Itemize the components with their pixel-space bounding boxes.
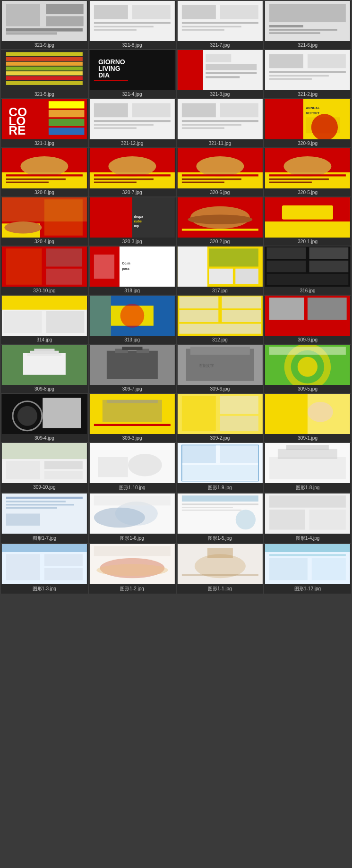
svg-rect-177 [103,400,162,422]
thumbnail-image [1,345,88,385]
thumbnail-image [89,1,176,41]
list-item[interactable]: 320-10.jpg [1,247,88,295]
list-item[interactable]: 309-4.jpg [1,394,88,442]
svg-rect-97 [269,182,312,183]
list-item[interactable]: 图形1-1.jpg [177,544,264,594]
list-item[interactable]: 309-3.jpg [89,394,176,442]
thumbnail-label: 316.jpg [264,287,351,295]
list-item[interactable]: 图形1-2.jpg [89,544,176,594]
thumbnail-image [264,544,351,584]
svg-text:ANNUAL: ANNUAL [306,106,320,110]
list-item[interactable]: 图形1-4.jpg [264,494,351,543]
svg-rect-142 [90,296,111,336]
svg-rect-210 [6,504,74,505]
svg-rect-133 [309,261,349,272]
svg-rect-2 [46,4,83,14]
list-item[interactable]: 309-7.jpg [89,345,176,393]
list-item[interactable]: CO LO RE 321-1.jpg [1,99,88,147]
list-item[interactable]: 图形1-7.jpg [1,494,88,543]
list-item[interactable]: Co.m pass 318.jpg [89,247,176,295]
svg-rect-111 [181,229,258,230]
list-item[interactable]: 314.jpg [1,296,88,344]
svg-rect-83 [94,174,171,176]
thumbnail-label: 309-9.jpg [264,336,351,344]
list-item[interactable]: 321-6.jpg [264,1,351,49]
svg-rect-123 [94,255,114,279]
list-item[interactable]: 320-7.jpg [89,148,176,196]
svg-rect-226 [309,510,346,530]
list-item[interactable]: 图形1-5.jpg [177,494,264,543]
list-item[interactable]: 图形1-8.jpg [264,443,351,493]
thumbnail-label: 321-12.jpg [89,139,176,147]
list-item[interactable]: GIORNO LIVING DIA 321-4.jpg [89,50,176,98]
svg-rect-243 [269,558,308,580]
thumbnail-grid: 321-9.jpg 321-8.jpg 321-7.jpg 321-6.jpg … [0,0,352,595]
svg-rect-229 [6,554,40,580]
list-item[interactable]: 309-1.jpg [264,394,351,442]
thumbnail-label: 321-11.jpg [177,139,264,147]
svg-rect-38 [206,54,231,62]
svg-rect-14 [220,5,258,19]
list-item[interactable]: 320-5.jpg [264,148,351,196]
svg-rect-89 [181,174,258,176]
svg-rect-238 [207,548,232,558]
list-item[interactable]: drupa cube dip320-3.jpg [89,197,176,246]
svg-rect-202 [181,465,258,480]
list-item[interactable]: 313.jpg [89,296,176,344]
list-item[interactable]: 321-7.jpg [177,1,264,49]
list-item[interactable]: 309-9.jpg [264,296,351,344]
thumbnail-image: ANNUAL REPORT [264,99,351,139]
list-item[interactable]: 309-5.jpg [264,345,351,393]
list-item[interactable]: 图形1-12.jpg [264,544,351,594]
svg-rect-230 [44,554,83,566]
list-item[interactable]: 316.jpg [264,247,351,295]
thumbnail-image: 石刻文字 [177,345,264,385]
list-item[interactable]: 309-2.jpg [177,394,264,442]
svg-rect-21 [269,29,337,31]
list-item[interactable]: 320-6.jpg [177,148,264,196]
list-item[interactable]: 321-2.jpg [264,50,351,98]
list-item[interactable]: 321-9.jpg [1,1,88,49]
list-item[interactable]: 图形1-6.jpg [89,494,176,543]
list-item[interactable]: 321-5.jpg [1,50,88,98]
list-item[interactable]: 309-10.jpg [1,443,88,493]
thumbnail-label: 320-4.jpg [1,238,88,246]
list-item[interactable]: 石刻文字309-6.jpg [177,345,264,393]
list-item[interactable]: 图形1-9.jpg [177,443,264,493]
thumbnail-image [177,148,264,188]
svg-rect-205 [278,449,337,459]
svg-rect-218 [181,495,258,502]
svg-rect-132 [267,261,306,272]
thumbnail-label: 321-7.jpg [177,41,264,49]
thumbnail-image [177,394,264,434]
svg-text:drupa: drupa [134,215,143,219]
svg-rect-150 [308,298,347,320]
list-item[interactable]: 321-11.jpg [177,99,264,147]
svg-rect-40 [206,72,257,74]
svg-text:石刻文字: 石刻文字 [198,364,214,368]
svg-rect-152 [269,322,346,332]
list-item[interactable]: 图形1-10.jpg [89,443,176,493]
list-item[interactable]: 图形1-3.jpg [1,544,88,594]
list-item[interactable]: 321-8.jpg [89,1,176,49]
svg-rect-137 [3,311,42,333]
svg-rect-85 [94,182,137,183]
list-item[interactable]: 320-8.jpg [1,148,88,196]
svg-rect-191 [6,461,40,479]
list-item[interactable]: 321-3.jpg [177,50,264,98]
svg-rect-8 [132,5,171,19]
svg-rect-104 [90,197,132,238]
list-item[interactable]: 309-8.jpg [1,345,88,393]
list-item[interactable]: 321-12.jpg [89,99,176,147]
svg-point-82 [108,156,156,177]
svg-rect-90 [181,179,241,180]
list-item[interactable]: 320-1.jpg [264,197,351,246]
thumbnail-image [264,296,351,336]
svg-rect-44 [308,54,346,68]
list-item[interactable]: ANNUAL REPORT 320-9.jpg [264,99,351,147]
list-item[interactable]: 320-2.jpg [177,197,264,246]
list-item[interactable]: 317.jpg [177,247,264,295]
list-item[interactable]: 320-4.jpg [1,197,88,246]
svg-rect-25 [6,57,83,61]
list-item[interactable]: 312.jpg [177,296,264,344]
